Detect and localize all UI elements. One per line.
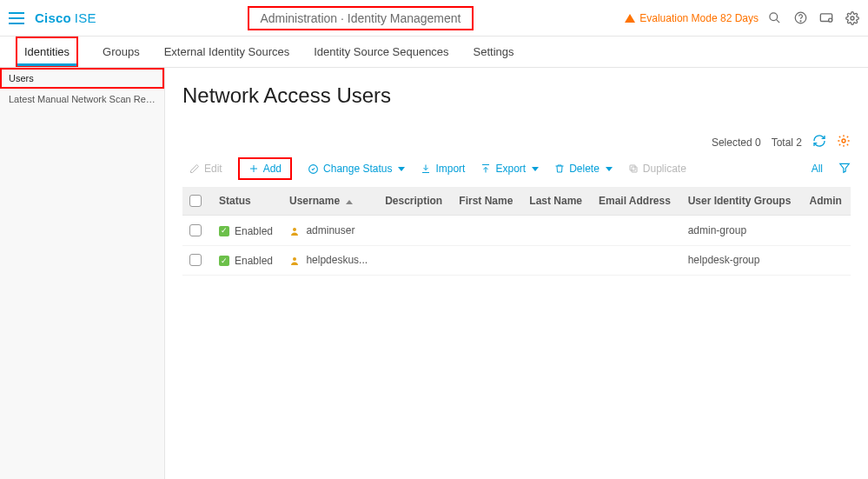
cell-first-name [452, 245, 522, 276]
action-label: Add [263, 163, 282, 175]
table-row[interactable]: ✓ Enabled adminuser admin-group [182, 216, 851, 246]
edit-button[interactable]: Edit [189, 163, 222, 175]
action-label: Duplicate [643, 163, 686, 175]
col-username[interactable]: Username [282, 187, 378, 216]
table-settings-icon[interactable] [837, 134, 851, 150]
svg-rect-15 [630, 165, 635, 170]
cell-admin [803, 216, 851, 246]
svg-point-10 [842, 139, 845, 143]
tab-external-identity-sources[interactable]: External Identity Sources [164, 37, 290, 67]
cell-last-name [522, 216, 592, 246]
export-icon [480, 163, 491, 174]
trash-icon [554, 163, 565, 174]
tab-settings[interactable]: Settings [474, 37, 514, 67]
refresh-icon[interactable] [812, 134, 826, 150]
table-row[interactable]: ✓ Enabled helpdeskus... helpdesk- [182, 245, 851, 276]
cell-email [592, 216, 681, 246]
duplicate-icon [628, 163, 639, 174]
tab-label: External Identity Sources [164, 45, 290, 58]
username-text: helpdeskus... [306, 254, 368, 266]
username-text: adminuser [306, 224, 354, 236]
svg-point-9 [851, 17, 854, 20]
breadcrumb: Administration · Identity Management [248, 6, 473, 30]
users-table: Status Username Description First Name L… [182, 187, 851, 276]
tab-groups[interactable]: Groups [103, 37, 140, 67]
sidebar-item-label: Latest Manual Network Scan Res... [9, 94, 158, 104]
duplicate-button[interactable]: Duplicate [628, 163, 686, 175]
select-all-checkbox[interactable] [189, 195, 202, 207]
hamburger-icon[interactable] [9, 12, 24, 24]
eval-mode-badge[interactable]: Evaluation Mode 82 Days [625, 12, 759, 24]
col-description[interactable]: Description [378, 187, 452, 216]
cell-username: adminuser [282, 216, 378, 246]
svg-rect-2 [9, 23, 24, 24]
enabled-icon: ✓ [219, 226, 229, 236]
pencil-icon [189, 163, 200, 174]
status-text: Enabled [235, 225, 273, 237]
enabled-icon: ✓ [219, 256, 229, 266]
brand-name: Cisco [35, 10, 71, 25]
warning-icon [625, 14, 635, 23]
col-admin[interactable]: Admin [803, 187, 851, 216]
settings-icon[interactable] [845, 11, 859, 25]
chevron-down-icon [606, 167, 613, 171]
sidebar-item-users[interactable]: Users [0, 68, 164, 89]
col-checkbox [182, 187, 212, 216]
all-filter[interactable]: All [812, 163, 826, 175]
action-label: Change Status [323, 163, 392, 175]
svg-rect-1 [9, 17, 24, 19]
ops-icon[interactable] [819, 11, 833, 25]
add-button[interactable]: Add [238, 157, 292, 180]
export-button[interactable]: Export [480, 163, 539, 175]
table-body: ✓ Enabled adminuser admin-group [182, 216, 851, 276]
user-icon [289, 226, 300, 236]
col-email[interactable]: Email Address [592, 187, 681, 216]
tab-identity-source-sequences[interactable]: Identity Source Sequences [314, 37, 448, 67]
chevron-down-icon [398, 167, 405, 171]
breadcrumb-wrap: Administration · Identity Management [96, 6, 626, 30]
status-text: Enabled [235, 255, 273, 267]
svg-point-6 [800, 21, 801, 22]
sidebar: Users Latest Manual Network Scan Res... [0, 68, 165, 479]
row-checkbox[interactable] [189, 254, 202, 266]
col-groups[interactable]: User Identity Groups [681, 187, 803, 216]
sort-asc-icon [346, 195, 353, 207]
filter-icon[interactable] [838, 162, 851, 176]
action-label: Delete [569, 163, 600, 175]
header-icons [767, 11, 859, 25]
tab-identities[interactable]: Identities [16, 37, 78, 67]
col-label: Username [289, 195, 340, 207]
col-first-name[interactable]: First Name [452, 187, 522, 216]
cell-status: ✓ Enabled [212, 245, 282, 276]
import-button[interactable]: Import [421, 163, 465, 175]
sidebar-item-latest-scan[interactable]: Latest Manual Network Scan Res... [0, 89, 164, 110]
brand: CiscoISE [35, 10, 96, 25]
status-icon [308, 163, 319, 175]
svg-point-16 [293, 228, 296, 231]
summary-row: Selected 0 Total 2 [182, 134, 851, 150]
cell-admin [803, 245, 851, 276]
top-header: CiscoISE Administration · Identity Manag… [0, 0, 868, 37]
body: Users Latest Manual Network Scan Res... … [0, 68, 868, 479]
row-checkbox[interactable] [189, 224, 202, 236]
main: Network Access Users Selected 0 Total 2 … [165, 68, 868, 479]
col-last-name[interactable]: Last Name [522, 187, 592, 216]
col-status[interactable]: Status [212, 187, 282, 216]
delete-button[interactable]: Delete [554, 163, 613, 175]
search-icon[interactable] [767, 11, 781, 25]
cell-description [378, 216, 452, 246]
filter-controls: All [812, 162, 851, 176]
cell-last-name [522, 245, 592, 276]
cell-groups: helpdesk-group [681, 245, 803, 276]
import-icon [421, 163, 431, 174]
change-status-button[interactable]: Change Status [308, 163, 405, 175]
cell-username: helpdeskus... [282, 245, 378, 276]
eval-mode-text: Evaluation Mode 82 Days [639, 12, 759, 24]
total-count: Total 2 [772, 136, 802, 149]
cell-groups: admin-group [681, 216, 803, 246]
chevron-down-icon [532, 167, 539, 171]
action-label: Export [495, 163, 526, 175]
cell-first-name [452, 216, 522, 246]
help-icon[interactable] [793, 11, 807, 25]
svg-point-3 [769, 13, 777, 21]
